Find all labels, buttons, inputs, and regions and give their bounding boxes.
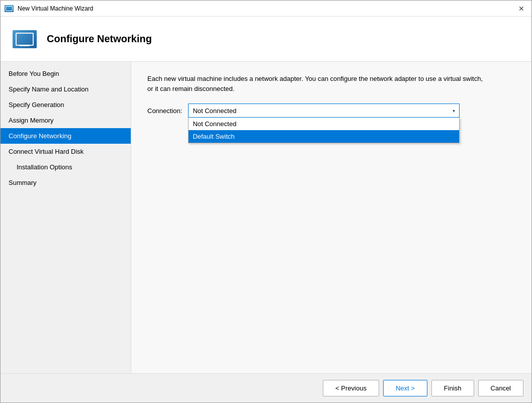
next-button[interactable]: Next > [383, 380, 427, 396]
connection-label: Connection: [147, 107, 182, 115]
window-title: New Virtual Machine Wizard [18, 5, 94, 12]
sidebar-item-connect-virtual-hard-disk[interactable]: Connect Virtual Hard Disk [1, 144, 131, 159]
sidebar-item-configure-networking[interactable]: Configure Networking [1, 128, 131, 144]
sidebar-item-before-you-begin[interactable]: Before You Begin [1, 66, 131, 81]
cancel-button[interactable]: Cancel [478, 380, 523, 396]
sidebar-item-specify-name-location[interactable]: Specify Name and Location [1, 81, 131, 97]
connection-dropdown-container: Not Connected ▾ Not ConnectedDefault Swi… [188, 104, 460, 118]
close-button[interactable]: ✕ [515, 3, 527, 15]
main-window: New Virtual Machine Wizard ✕ Configure N… [0, 0, 532, 403]
previous-button[interactable]: < Previous [323, 380, 379, 396]
sidebar: Before You BeginSpecify Name and Locatio… [1, 62, 131, 373]
header-icon [13, 30, 37, 48]
title-bar-left: New Virtual Machine Wizard [5, 5, 94, 12]
content-area: Before You BeginSpecify Name and Locatio… [1, 62, 531, 373]
main-content: Each new virtual machine includes a netw… [131, 62, 531, 373]
sidebar-item-assign-memory[interactable]: Assign Memory [1, 113, 131, 128]
dropdown-option-not-connected[interactable]: Not Connected [189, 118, 459, 130]
dropdown-list: Not ConnectedDefault Switch [188, 118, 460, 143]
description-text: Each new virtual machine includes a netw… [147, 74, 489, 93]
window-icon [5, 5, 14, 12]
connection-row: Connection: Not Connected ▾ Not Connecte… [147, 104, 515, 118]
connection-dropdown[interactable]: Not Connected ▾ [188, 104, 460, 118]
sidebar-item-installation-options[interactable]: Installation Options [1, 159, 131, 175]
dropdown-option-default-switch[interactable]: Default Switch [189, 130, 459, 143]
sidebar-item-summary[interactable]: Summary [1, 175, 131, 190]
footer: < Previous Next > Finish Cancel [1, 373, 531, 402]
finish-button[interactable]: Finish [431, 380, 474, 396]
sidebar-item-specify-generation[interactable]: Specify Generation [1, 97, 131, 113]
chevron-down-icon: ▾ [453, 108, 455, 114]
header-section: Configure Networking [1, 17, 531, 62]
title-bar: New Virtual Machine Wizard ✕ [1, 1, 531, 17]
dropdown-selected-value: Not Connected [193, 107, 236, 115]
page-title: Configure Networking [47, 33, 152, 45]
